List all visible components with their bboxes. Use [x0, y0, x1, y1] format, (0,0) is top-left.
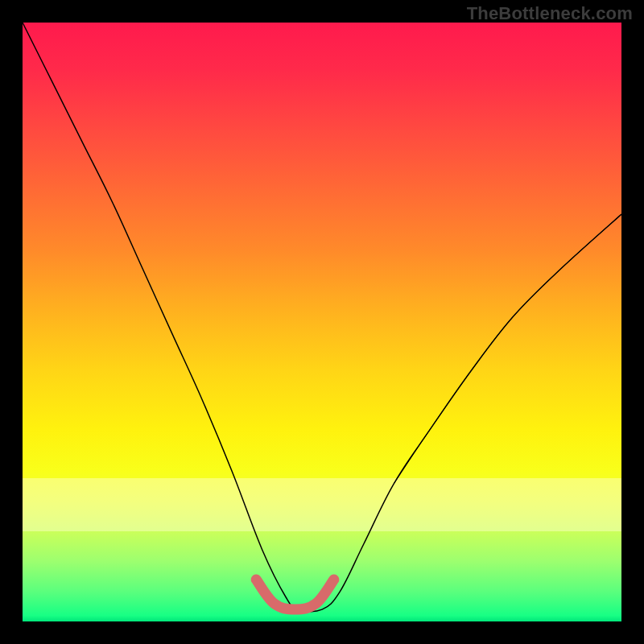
plot-area	[23, 23, 621, 621]
curve-layer	[23, 23, 621, 621]
bottleneck-curve-right-tail	[394, 214, 621, 484]
chart-frame: TheBottleneck.com	[0, 0, 644, 644]
watermark-text: TheBottleneck.com	[467, 3, 633, 24]
trough-highlight	[256, 580, 334, 609]
bottleneck-curve	[23, 23, 621, 612]
